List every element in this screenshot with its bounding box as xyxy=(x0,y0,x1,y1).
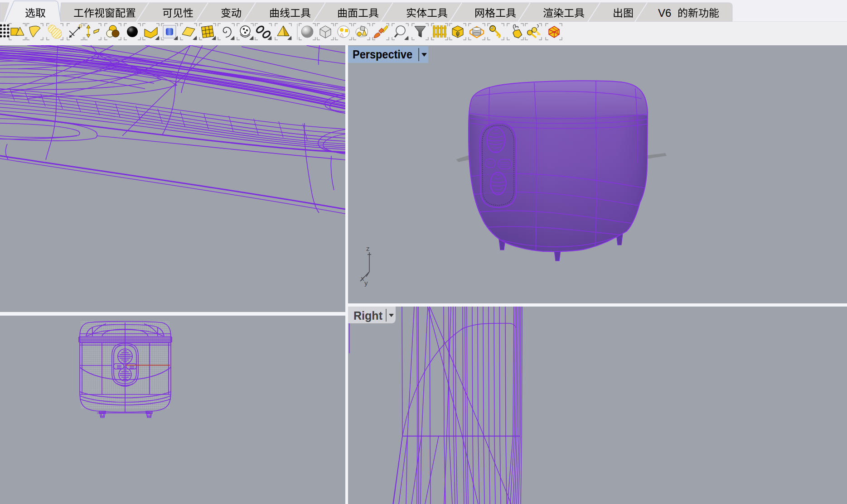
svg-text:Right: Right xyxy=(353,309,382,322)
svg-text:U: U xyxy=(456,31,460,37)
svg-text:z: z xyxy=(366,245,370,252)
svg-text:V6: V6 xyxy=(658,7,671,19)
svg-text:x: x xyxy=(361,274,364,282)
svg-text:Perspective: Perspective xyxy=(353,48,412,61)
svg-text:y: y xyxy=(364,279,368,287)
